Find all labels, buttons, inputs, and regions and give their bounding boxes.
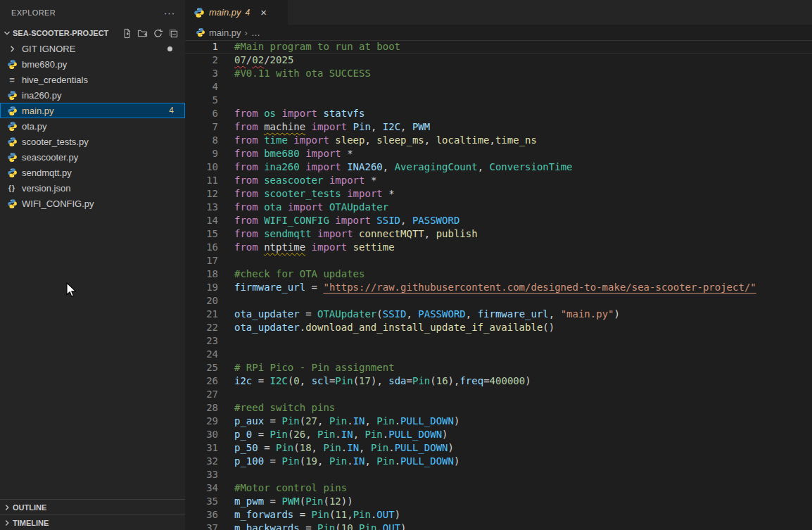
line-number[interactable]: 31 — [185, 441, 218, 455]
explorer-item-ota-py[interactable]: ota.py — [0, 118, 185, 134]
code-line[interactable]: 23 — [185, 334, 812, 348]
line-number[interactable]: 7 — [185, 120, 218, 134]
line-number[interactable]: 5 — [185, 94, 218, 107]
line-number[interactable]: 37 — [185, 522, 218, 530]
code-line[interactable]: 13from ota import OTAUpdater — [185, 201, 812, 214]
code-line[interactable]: 29p_aux = Pin(27, Pin.IN, Pin.PULL_DOWN) — [185, 415, 812, 428]
line-number[interactable]: 24 — [185, 348, 218, 361]
line-number[interactable]: 26 — [185, 374, 218, 388]
line-number[interactable]: 29 — [185, 415, 218, 428]
explorer-item-git-ignore[interactable]: GIT IGNORE — [0, 41, 185, 56]
line-number[interactable]: 27 — [185, 388, 218, 401]
code-line[interactable]: 3#V0.11 with ota SUCCESS — [185, 67, 812, 80]
code-line[interactable]: 1#Main program to run at boot — [185, 40, 812, 53]
code-line[interactable]: 34#Motor control pins — [185, 481, 812, 495]
line-number[interactable]: 33 — [185, 468, 218, 481]
explorer-item-sendmqtt-py[interactable]: sendmqtt.py — [0, 165, 185, 180]
line-number[interactable]: 30 — [185, 428, 218, 441]
code-line[interactable]: 37m_backwards = Pin(10,Pin.OUT) — [185, 522, 812, 530]
code-editor[interactable]: 1#Main program to run at boot207/02/2025… — [185, 40, 812, 530]
explorer-item-seascooter-py[interactable]: seascooter.py — [0, 149, 185, 165]
code-line[interactable]: 15from sendmqtt import connectMQTT, publ… — [185, 227, 812, 241]
more-actions-icon[interactable]: ··· — [164, 8, 175, 18]
line-number[interactable]: 15 — [185, 227, 218, 241]
project-root-row[interactable]: SEA-SCOOTER-PROJECT — [0, 25, 185, 41]
line-number[interactable]: 9 — [185, 147, 218, 160]
code-line[interactable]: 31p_50 = Pin(18, Pin.IN, Pin.PULL_DOWN) — [185, 441, 812, 455]
code-line[interactable]: 21ota_updater = OTAUpdater(SSID, PASSWOR… — [185, 308, 812, 321]
code-line[interactable]: 14from WIFI_CONFIG import SSID, PASSWORD — [185, 214, 812, 227]
explorer-item-ina260-py[interactable]: ina260.py — [0, 87, 185, 103]
line-number[interactable]: 21 — [185, 308, 218, 321]
line-number[interactable]: 8 — [185, 134, 218, 147]
code-line[interactable]: 7from machine import Pin, I2C, PWM — [185, 120, 812, 134]
code-line[interactable]: 24 — [185, 348, 812, 361]
collapse-folders-icon[interactable] — [167, 27, 179, 39]
code-line[interactable]: 19firmware_url = "https://raw.githubuser… — [185, 281, 812, 294]
line-number[interactable]: 17 — [185, 254, 218, 267]
line-number[interactable]: 23 — [185, 334, 218, 348]
code-line[interactable]: 22ota_updater.download_and_install_updat… — [185, 321, 812, 334]
explorer-item-bme680-py[interactable]: bme680.py — [0, 56, 185, 72]
code-line[interactable]: 36m_forwards = Pin(11,Pin.OUT) — [185, 508, 812, 522]
code-line[interactable]: 17 — [185, 254, 812, 267]
line-number[interactable]: 28 — [185, 401, 218, 415]
explorer-item-hive-credentials[interactable]: ≡hive_credentials — [0, 72, 185, 87]
code-line[interactable]: 18#check for OTA updates — [185, 267, 812, 281]
code-line[interactable]: 27 — [185, 388, 812, 401]
new-folder-icon[interactable] — [136, 27, 148, 39]
code-line[interactable]: 10from ina260 import INA260, AveragingCo… — [185, 160, 812, 174]
code-line[interactable]: 12from scooter_tests import * — [185, 187, 812, 201]
panel-timeline[interactable]: TIMELINE — [0, 515, 185, 530]
line-number[interactable]: 3 — [185, 67, 218, 80]
explorer-item-main-py[interactable]: main.py4 — [0, 103, 185, 118]
line-number[interactable]: 4 — [185, 80, 218, 94]
line-number[interactable]: 1 — [185, 40, 218, 53]
line-number[interactable]: 13 — [185, 201, 218, 214]
breadcrumb-symbol[interactable]: … — [251, 27, 260, 38]
line-number[interactable]: 14 — [185, 214, 218, 227]
refresh-explorer-icon[interactable] — [151, 27, 164, 39]
code-line[interactable]: 11from seascooter import * — [185, 174, 812, 187]
code-text: 07/02/2025 — [218, 53, 293, 67]
line-number[interactable]: 19 — [185, 281, 218, 294]
code-line[interactable]: 25# RPi Pico - Pin assignment — [185, 361, 812, 374]
line-number[interactable]: 10 — [185, 160, 218, 174]
code-line[interactable]: 9from bme680 import * — [185, 147, 812, 160]
code-line[interactable]: 4 — [185, 80, 812, 94]
explorer-item-scooter-tests-py[interactable]: scooter_tests.py — [0, 134, 185, 149]
explorer-item-wifi-config-py[interactable]: WIFI_CONFIG.py — [0, 196, 185, 211]
line-number[interactable]: 16 — [185, 241, 218, 254]
code-line[interactable]: 8from time import sleep, sleep_ms, local… — [185, 134, 812, 147]
line-number[interactable]: 35 — [185, 495, 218, 508]
code-line[interactable]: 26i2c = I2C(0, scl=Pin(17), sda=Pin(16),… — [185, 374, 812, 388]
code-line[interactable]: 207/02/2025 — [185, 53, 812, 67]
explorer-file-list: GIT IGNOREbme680.py≡hive_credentialsina2… — [0, 41, 185, 211]
code-line[interactable]: 5 — [185, 94, 812, 107]
line-number[interactable]: 2 — [185, 53, 218, 67]
code-line[interactable]: 33 — [185, 468, 812, 481]
tab-main-py[interactable]: main.py 4 × — [185, 0, 288, 25]
new-file-icon[interactable] — [120, 27, 133, 39]
breadcrumb-file[interactable]: main.py — [209, 27, 241, 38]
line-number[interactable]: 22 — [185, 321, 218, 334]
line-number[interactable]: 34 — [185, 481, 218, 495]
line-number[interactable]: 32 — [185, 455, 218, 468]
line-number[interactable]: 11 — [185, 174, 218, 187]
explorer-item-version-json[interactable]: {}version.json — [0, 180, 185, 196]
panel-outline[interactable]: OUTLINE — [0, 499, 185, 515]
code-line[interactable]: 28#reed switch pins — [185, 401, 812, 415]
close-icon[interactable]: × — [258, 6, 269, 18]
code-line[interactable]: 35m_pwm = PWM(Pin(12)) — [185, 495, 812, 508]
code-line[interactable]: 6from os import statvfs — [185, 107, 812, 120]
code-line[interactable]: 30p_0 = Pin(26, Pin.IN, Pin.PULL_DOWN) — [185, 428, 812, 441]
line-number[interactable]: 12 — [185, 187, 218, 201]
line-number[interactable]: 25 — [185, 361, 218, 374]
line-number[interactable]: 6 — [185, 107, 218, 120]
line-number[interactable]: 18 — [185, 267, 218, 281]
code-line[interactable]: 32p_100 = Pin(19, Pin.IN, Pin.PULL_DOWN) — [185, 455, 812, 468]
line-number[interactable]: 20 — [185, 294, 218, 308]
code-line[interactable]: 16from ntptime import settime — [185, 241, 812, 254]
code-line[interactable]: 20 — [185, 294, 812, 308]
line-number[interactable]: 36 — [185, 508, 218, 522]
